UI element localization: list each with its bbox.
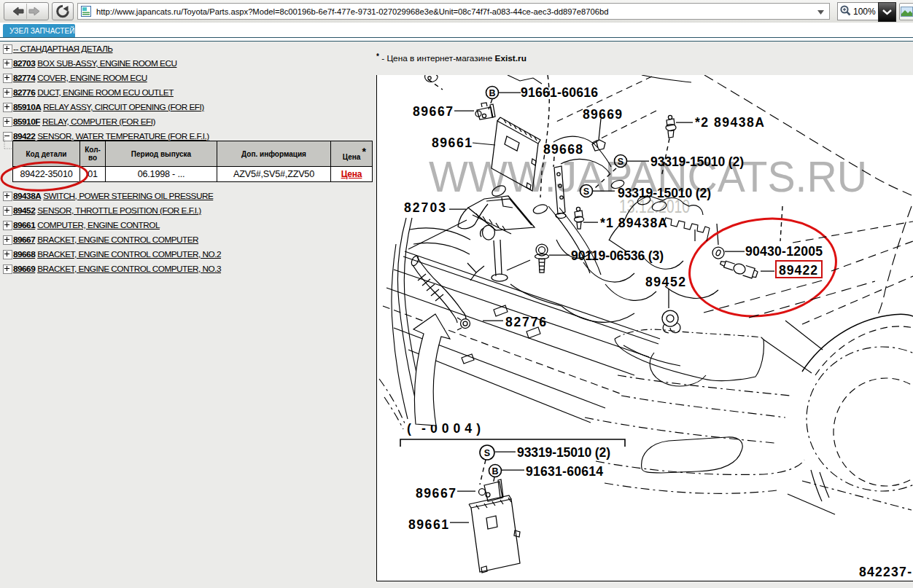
svg-text:S: S [583,187,589,197]
svg-text:89668: 89668 [543,142,583,157]
svg-text:S: S [484,448,490,458]
svg-text:(: ( [407,421,411,436]
svg-text:90430-12005: 90430-12005 [745,244,823,259]
svg-text:93319-15010 (2): 93319-15010 (2) [517,445,610,460]
svg-text:*2 89438A: *2 89438A [695,115,764,130]
svg-text:91661-60616: 91661-60616 [521,85,598,100]
svg-text:91631-60614: 91631-60614 [526,464,603,479]
svg-text:93319-15010 (2): 93319-15010 (2) [618,186,711,200]
svg-text:*1 89438A: *1 89438A [600,216,667,230]
svg-text:842237-: 842237- [859,565,912,579]
svg-text:B: B [492,466,498,477]
svg-text:89667: 89667 [416,486,456,501]
svg-text:89422: 89422 [779,263,817,278]
svg-text:82776: 82776 [505,315,546,329]
svg-text:S: S [618,157,623,167]
svg-text:B: B [489,88,495,98]
svg-text:89661: 89661 [432,136,472,150]
svg-text:89667: 89667 [413,104,453,119]
svg-text:93319-15010 (2): 93319-15010 (2) [650,154,744,169]
svg-text:89661: 89661 [408,517,448,532]
svg-text:82703: 82703 [404,200,446,215]
svg-text:89669: 89669 [583,107,622,122]
